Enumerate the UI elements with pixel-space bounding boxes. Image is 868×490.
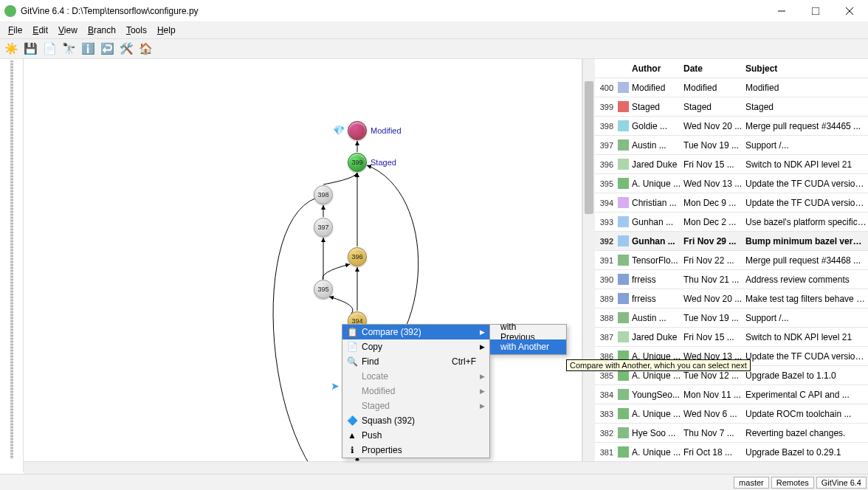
table-row[interactable]: 381A. Unique ...Fri Oct 18 ...Upgrade Ba… xyxy=(595,443,868,462)
row-number: 393 xyxy=(595,218,616,227)
commit-node-398[interactable]: 398 xyxy=(314,185,333,204)
menu-branch[interactable]: Branch xyxy=(83,24,121,37)
context-submenu: with Previouswith Another xyxy=(489,324,567,355)
statusbar: masterRemotesGitVine 6.4 xyxy=(0,474,868,490)
diamond-marker-icon: 💎 xyxy=(333,125,345,136)
table-row[interactable]: 390frreissThu Nov 21 ...Address review c… xyxy=(595,270,868,289)
cell-author: A. Unique ... xyxy=(630,447,683,458)
row-number: 381 xyxy=(595,448,616,457)
toolbar-binoculars-icon[interactable]: 🔭 xyxy=(61,41,77,57)
menu-tools[interactable]: Tools xyxy=(121,24,152,37)
row-number: 399 xyxy=(595,103,616,111)
ctx-sub-with-another[interactable]: with Another xyxy=(490,339,566,354)
status-remotes[interactable]: Remotes xyxy=(771,477,814,489)
scrollbar-thumb[interactable] xyxy=(585,81,593,214)
table-row[interactable]: 384YoungSeo...Mon Nov 11 ...Experimental… xyxy=(595,385,868,404)
menu-edit[interactable]: Edit xyxy=(27,24,53,37)
toolbar-save-icon[interactable]: 💾 xyxy=(22,41,38,57)
graph-pane[interactable]: ➤💎400Modified399Staged398397396395394393… xyxy=(24,59,582,472)
table-row[interactable]: 400ModifiedModifiedModified xyxy=(595,78,868,97)
submenu-arrow-icon: ▶ xyxy=(480,343,485,351)
cell-author: frreiss xyxy=(630,294,683,304)
menu-file[interactable]: File xyxy=(3,24,27,37)
cell-subject: Use bazel's platform specific ... xyxy=(745,217,868,227)
toolbar-refresh-icon[interactable]: ↩️ xyxy=(99,41,115,57)
avatar-icon xyxy=(616,446,630,458)
toolbar-tools-icon[interactable]: 🛠️ xyxy=(118,41,134,57)
table-row[interactable]: 393Gunhan ...Mon Dec 2 ...Use bazel's pl… xyxy=(595,213,868,232)
table-row[interactable]: 382Hye Soo ...Thu Nov 7 ...Reverting baz… xyxy=(595,424,868,443)
commit-node-396[interactable]: 396 xyxy=(348,247,367,266)
table-row[interactable]: 396Jared DukeFri Nov 15 ...Switch to NDK… xyxy=(595,155,868,174)
graph-scrollbar[interactable] xyxy=(582,59,595,472)
avatar-icon xyxy=(616,408,630,419)
table-row[interactable]: 397Austin ...Tue Nov 19 ...Support /... xyxy=(595,136,868,155)
table-row[interactable]: 383A. Unique ...Wed Nov 6 ...Update ROCm… xyxy=(595,404,868,424)
row-number: 400 xyxy=(595,83,616,92)
ctx-compare-[interactable]: 📋Compare (392)▶ xyxy=(342,325,489,339)
cell-date: Mon Dec 9 ... xyxy=(683,198,745,208)
commit-node-395[interactable]: 395 xyxy=(314,280,333,299)
commit-node-399[interactable]: 399 xyxy=(348,153,367,172)
row-number: 394 xyxy=(595,199,616,207)
table-row[interactable]: 398Goldie ...Wed Nov 20 ...Merge pull re… xyxy=(595,117,868,136)
cell-author: Austin ... xyxy=(630,313,683,323)
cell-author: Gunhan ... xyxy=(630,236,683,246)
node-label: Modified xyxy=(371,126,402,135)
cell-author: YoungSeo... xyxy=(630,390,683,400)
cell-date: Staged xyxy=(683,102,745,112)
table-row[interactable]: 387Jared DukeFri Nov 15 ...Switch to NDK… xyxy=(595,328,868,347)
row-number: 391 xyxy=(595,256,616,265)
col-author[interactable]: Author xyxy=(630,63,683,74)
status-gitvine-6-4[interactable]: GitVine 6.4 xyxy=(816,477,867,489)
ctx-icon: ▲ xyxy=(346,430,358,441)
row-number: 385 xyxy=(595,371,616,380)
minimap[interactable] xyxy=(0,59,24,472)
ctx-push[interactable]: ▲Push xyxy=(342,428,489,443)
ctx-sub-with-previous[interactable]: with Previous xyxy=(490,325,566,339)
titlebar: GitVine 6.4 : D:\Temp\tensorflow\configu… xyxy=(0,0,868,22)
commit-table: Author Date Subject 400ModifiedModifiedM… xyxy=(595,59,868,472)
avatar-icon xyxy=(616,216,630,227)
maximize-button[interactable] xyxy=(799,0,833,22)
table-row[interactable]: 388Austin ...Tue Nov 19 ...Support /... xyxy=(595,308,868,328)
horizontal-scrollbar[interactable] xyxy=(24,461,868,474)
col-subject[interactable]: Subject xyxy=(745,63,868,74)
table-row[interactable]: 395A. Unique ...Wed Nov 13 ...Update the… xyxy=(595,174,868,193)
toolbar-info-icon[interactable]: ℹ️ xyxy=(80,41,96,57)
cell-author: TensorFlo... xyxy=(630,255,683,266)
toolbar-page-icon[interactable]: 📄 xyxy=(41,41,58,57)
commit-node-397[interactable]: 397 xyxy=(314,218,333,237)
col-date[interactable]: Date xyxy=(683,63,745,74)
ctx-find[interactable]: 🔍FindCtrl+F xyxy=(342,354,489,369)
table-row[interactable]: 392Gunhan ...Fri Nov 29 ...Bump minimum … xyxy=(595,232,868,251)
cell-subject: Update the TF CUDA version ... xyxy=(745,198,868,208)
toolbar-home-icon[interactable]: 🏠 xyxy=(137,41,154,57)
commit-node-400[interactable]: 400 xyxy=(348,121,367,140)
minimize-button[interactable] xyxy=(765,0,799,22)
table-row[interactable]: 389frreissWed Nov 20 ...Make test tag fi… xyxy=(595,289,868,308)
row-number: 395 xyxy=(595,179,616,188)
cell-author: Modified xyxy=(630,83,683,93)
toolbar-star-icon[interactable]: ☀️ xyxy=(3,41,19,57)
close-button[interactable] xyxy=(833,0,867,22)
avatar-icon xyxy=(616,82,630,93)
row-number: 390 xyxy=(595,275,616,284)
table-row[interactable]: 391TensorFlo...Fri Nov 22 ...Merge pull … xyxy=(595,251,868,270)
ctx-squash-[interactable]: 🔷Squash (392) xyxy=(342,413,489,428)
ctx-locate: Locate▶ xyxy=(342,369,489,384)
row-number: 388 xyxy=(595,314,616,322)
table-row[interactable]: 394Christian ...Mon Dec 9 ...Update the … xyxy=(595,193,868,213)
ctx-properties[interactable]: ℹProperties xyxy=(342,443,489,458)
status-master[interactable]: master xyxy=(734,477,769,489)
cell-date: Tue Nov 12 ... xyxy=(683,370,745,381)
menu-help[interactable]: Help xyxy=(152,24,181,37)
cell-subject: Support /... xyxy=(745,140,868,151)
table-row[interactable]: 399StagedStagedStaged xyxy=(595,97,868,117)
cell-date: Wed Nov 20 ... xyxy=(683,121,745,131)
cell-date: Tue Nov 19 ... xyxy=(683,140,745,151)
ctx-copy[interactable]: 📄Copy▶ xyxy=(342,339,489,354)
menu-view[interactable]: View xyxy=(53,24,83,37)
cell-subject: Upgrade Bazel to 0.29.1 xyxy=(745,447,868,458)
avatar-icon xyxy=(616,235,630,246)
